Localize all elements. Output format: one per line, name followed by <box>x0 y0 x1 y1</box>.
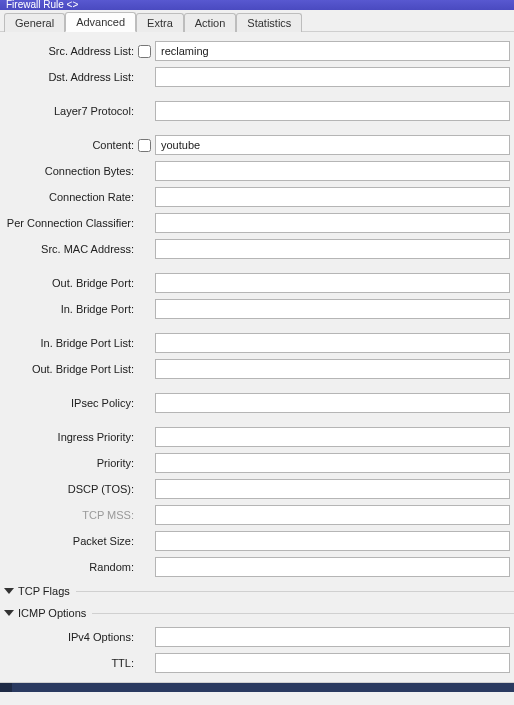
tab-action[interactable]: Action <box>184 13 237 32</box>
label-ipsec-policy: IPsec Policy: <box>0 397 138 409</box>
input-packet-size[interactable] <box>155 531 510 551</box>
label-content: Content: <box>0 139 138 151</box>
label-src-address-list: Src. Address List: <box>0 45 138 57</box>
label-ttl: TTL: <box>0 657 138 669</box>
tab-advanced[interactable]: Advanced <box>65 12 136 32</box>
input-layer7-protocol[interactable] <box>155 101 510 121</box>
input-in-bridge-port[interactable] <box>155 299 510 319</box>
input-content[interactable] <box>155 135 510 155</box>
input-dscp-tos[interactable] <box>155 479 510 499</box>
window-titlebar[interactable]: Firewall Rule <> <box>0 0 514 10</box>
tab-statistics[interactable]: Statistics <box>236 13 302 32</box>
tab-label: General <box>15 17 54 29</box>
input-priority[interactable] <box>155 453 510 473</box>
tab-general[interactable]: General <box>4 13 65 32</box>
input-src-mac-address[interactable] <box>155 239 510 259</box>
label-connection-rate: Connection Rate: <box>0 191 138 203</box>
label-per-connection-classifier: Per Connection Classifier: <box>0 217 138 229</box>
bottom-bar-segment <box>12 683 514 692</box>
label-priority: Priority: <box>0 457 138 469</box>
label-ipv4-options: IPv4 Options: <box>0 631 138 643</box>
input-src-address-list[interactable] <box>155 41 510 61</box>
label-tcp-mss: TCP MSS: <box>0 509 138 521</box>
input-connection-rate[interactable] <box>155 187 510 207</box>
invert-content[interactable] <box>138 139 151 152</box>
chevron-down-icon <box>4 610 14 616</box>
label-out-bridge-port: Out. Bridge Port: <box>0 277 138 289</box>
tab-label: Statistics <box>247 17 291 29</box>
section-icmp-options[interactable]: ICMP Options <box>0 602 514 624</box>
input-ipv4-options[interactable] <box>155 627 510 647</box>
input-out-bridge-port[interactable] <box>155 273 510 293</box>
window-title: Firewall Rule <> <box>6 0 78 10</box>
input-per-connection-classifier[interactable] <box>155 213 510 233</box>
section-label: ICMP Options <box>18 607 86 619</box>
section-label: TCP Flags <box>18 585 70 597</box>
tabstrip: General Advanced Extra Action Statistics <box>0 10 514 32</box>
input-in-bridge-port-list[interactable] <box>155 333 510 353</box>
chevron-down-icon <box>4 588 14 594</box>
bottom-bar-segment <box>0 683 12 692</box>
section-tcp-flags[interactable]: TCP Flags <box>0 580 514 602</box>
form-advanced: Src. Address List: Dst. Address List: La… <box>0 32 514 682</box>
label-connection-bytes: Connection Bytes: <box>0 165 138 177</box>
input-connection-bytes[interactable] <box>155 161 510 181</box>
divider <box>76 591 514 592</box>
label-dscp-tos: DSCP (TOS): <box>0 483 138 495</box>
invert-src-address-list[interactable] <box>138 45 151 58</box>
label-src-mac-address: Src. MAC Address: <box>0 243 138 255</box>
label-dst-address-list: Dst. Address List: <box>0 71 138 83</box>
input-ingress-priority[interactable] <box>155 427 510 447</box>
input-random[interactable] <box>155 557 510 577</box>
label-out-bridge-port-list: Out. Bridge Port List: <box>0 363 138 375</box>
label-layer7-protocol: Layer7 Protocol: <box>0 105 138 117</box>
input-tcp-mss[interactable] <box>155 505 510 525</box>
input-dst-address-list[interactable] <box>155 67 510 87</box>
input-ttl[interactable] <box>155 653 510 673</box>
label-in-bridge-port: In. Bridge Port: <box>0 303 138 315</box>
divider <box>92 613 514 614</box>
tab-label: Advanced <box>76 16 125 28</box>
tab-label: Action <box>195 17 226 29</box>
input-out-bridge-port-list[interactable] <box>155 359 510 379</box>
bottom-bar <box>0 682 514 692</box>
label-in-bridge-port-list: In. Bridge Port List: <box>0 337 138 349</box>
input-ipsec-policy[interactable] <box>155 393 510 413</box>
tab-label: Extra <box>147 17 173 29</box>
label-random: Random: <box>0 561 138 573</box>
label-packet-size: Packet Size: <box>0 535 138 547</box>
label-ingress-priority: Ingress Priority: <box>0 431 138 443</box>
tab-extra[interactable]: Extra <box>136 13 184 32</box>
